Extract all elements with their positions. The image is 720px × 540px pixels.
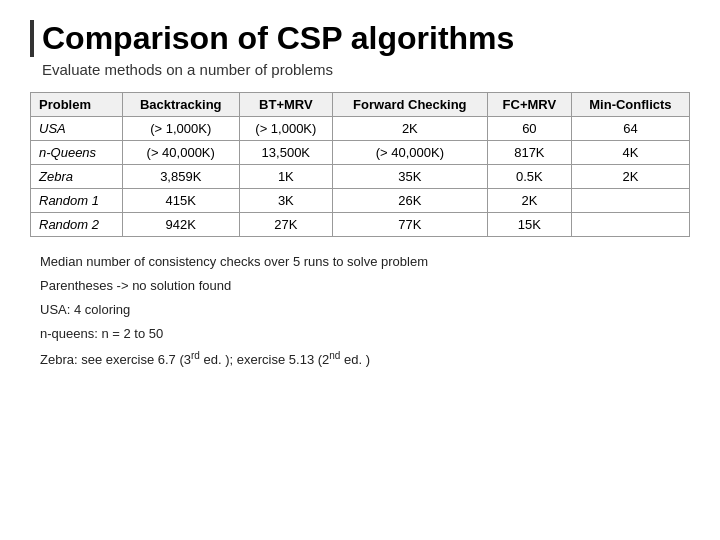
cell-backtracking: (> 1,000K) xyxy=(122,117,239,141)
table-row: USA (> 1,000K) (> 1,000K) 2K 60 64 xyxy=(31,117,690,141)
cell-backtracking: 415K xyxy=(122,189,239,213)
cell-bt-mrv: 1K xyxy=(239,165,332,189)
cell-fc-mrv: 60 xyxy=(487,117,571,141)
cell-problem: Random 1 xyxy=(31,189,123,213)
cell-min-conflicts xyxy=(571,213,689,237)
cell-fc-mrv: 15K xyxy=(487,213,571,237)
note-line2: Parentheses -> no solution found xyxy=(40,275,690,297)
note-line1: Median number of consistency checks over… xyxy=(40,251,690,273)
cell-fc-mrv: 0.5K xyxy=(487,165,571,189)
table-row: Random 2 942K 27K 77K 15K xyxy=(31,213,690,237)
cell-min-conflicts: 64 xyxy=(571,117,689,141)
cell-bt-mrv: 27K xyxy=(239,213,332,237)
cell-problem: Zebra xyxy=(31,165,123,189)
page-title: Comparison of CSP algorithms xyxy=(30,20,690,57)
col-header-backtracking: Backtracking xyxy=(122,93,239,117)
col-header-problem: Problem xyxy=(31,93,123,117)
cell-fc-mrv: 817K xyxy=(487,141,571,165)
comparison-table-wrapper: Problem Backtracking BT+MRV Forward Chec… xyxy=(30,92,690,237)
note-line3: USA: 4 coloring xyxy=(40,299,690,321)
cell-problem: USA xyxy=(31,117,123,141)
cell-backtracking: (> 40,000K) xyxy=(122,141,239,165)
note-line4: n-queens: n = 2 to 50 xyxy=(40,323,690,345)
cell-forward-checking: 26K xyxy=(332,189,487,213)
cell-problem: n-Queens xyxy=(31,141,123,165)
table-row: n-Queens (> 40,000K) 13,500K (> 40,000K)… xyxy=(31,141,690,165)
col-header-bt-mrv: BT+MRV xyxy=(239,93,332,117)
cell-bt-mrv: 3K xyxy=(239,189,332,213)
cell-backtracking: 3,859K xyxy=(122,165,239,189)
cell-min-conflicts xyxy=(571,189,689,213)
table-row: Zebra 3,859K 1K 35K 0.5K 2K xyxy=(31,165,690,189)
cell-forward-checking: (> 40,000K) xyxy=(332,141,487,165)
note-line5: Zebra: see exercise 6.7 (3rd ed. ); exer… xyxy=(40,347,690,371)
subtitle: Evaluate methods on a number of problems xyxy=(30,61,690,78)
cell-forward-checking: 77K xyxy=(332,213,487,237)
cell-min-conflicts: 2K xyxy=(571,165,689,189)
col-header-fc-mrv: FC+MRV xyxy=(487,93,571,117)
table-header-row: Problem Backtracking BT+MRV Forward Chec… xyxy=(31,93,690,117)
cell-bt-mrv: 13,500K xyxy=(239,141,332,165)
col-header-min-conflicts: Min-Conflicts xyxy=(571,93,689,117)
cell-min-conflicts: 4K xyxy=(571,141,689,165)
cell-backtracking: 942K xyxy=(122,213,239,237)
col-header-forward-checking: Forward Checking xyxy=(332,93,487,117)
cell-forward-checking: 35K xyxy=(332,165,487,189)
notes-section: Median number of consistency checks over… xyxy=(30,251,690,372)
cell-forward-checking: 2K xyxy=(332,117,487,141)
comparison-table: Problem Backtracking BT+MRV Forward Chec… xyxy=(30,92,690,237)
cell-problem: Random 2 xyxy=(31,213,123,237)
cell-fc-mrv: 2K xyxy=(487,189,571,213)
cell-bt-mrv: (> 1,000K) xyxy=(239,117,332,141)
table-row: Random 1 415K 3K 26K 2K xyxy=(31,189,690,213)
